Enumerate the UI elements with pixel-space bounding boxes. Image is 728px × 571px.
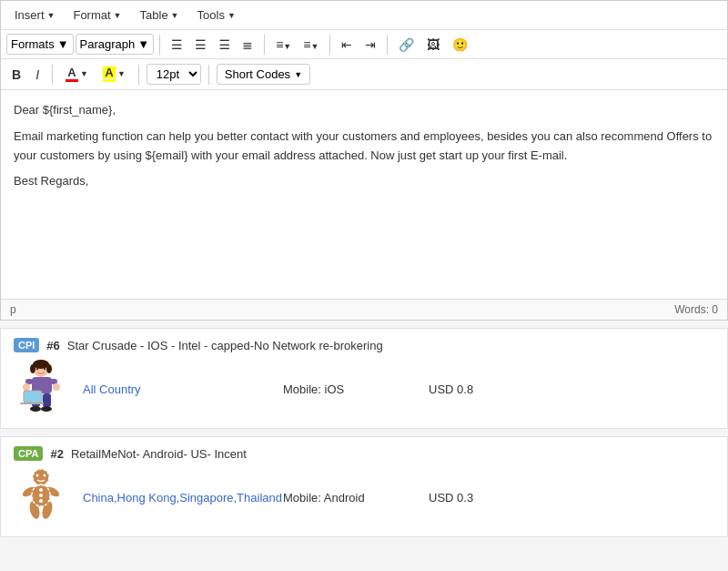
shortcodes-label: Short Codes (225, 67, 290, 81)
link-button[interactable]: 🔗 (393, 35, 420, 55)
girl-avatar-icon (16, 360, 66, 419)
list-group: ≡▼ ≡▼ (270, 35, 324, 55)
campaign-country: All Country (83, 382, 283, 396)
insert-menu[interactable]: Insert ▼ (6, 5, 63, 25)
campaign-platform: Mobile: Android (283, 491, 429, 505)
tools-menu[interactable]: Tools ▼ (189, 5, 244, 25)
link-icon: 🔗 (399, 37, 414, 52)
shortcodes-button[interactable]: Short Codes ▼ (217, 64, 310, 85)
svg-point-17 (43, 368, 45, 370)
insert-arrow: ▼ (47, 11, 56, 20)
word-count: Words: 0 (674, 303, 718, 316)
svg-point-20 (43, 474, 46, 477)
campaign-country: China,Hong Kong,Singapore,Thailand (83, 491, 283, 505)
campaign-avatar (14, 468, 68, 527)
indent-button[interactable]: ⇥ (359, 35, 381, 55)
status-tag: p (10, 303, 16, 316)
toolbar-row1: Insert ▼ Format ▼ Table ▼ Tools ▼ (1, 1, 727, 30)
align-left-icon: ☰ (171, 37, 183, 52)
align-group: ☰ ☰ ☰ ≣ (166, 35, 258, 55)
toolbar-separator-2 (264, 35, 265, 55)
font-color-underline (66, 79, 78, 82)
content-line2: Email marketing function can help you be… (14, 127, 714, 166)
paragraph-arrow: ▼ (137, 37, 149, 51)
toolbar-separator-7 (208, 65, 209, 85)
campaign-details: China,Hong Kong,Singapore,ThailandMobile… (83, 491, 714, 505)
svg-point-11 (30, 406, 41, 412)
italic-label: I (35, 67, 39, 82)
editor-content[interactable]: Dear ${first_name}, Email marketing func… (1, 90, 727, 300)
bold-label: B (12, 67, 21, 82)
formats-arrow: ▼ (57, 37, 69, 51)
campaign-header: CPA#2 RetailMeNot- Android- US- Incent (14, 446, 714, 461)
campaign-header: CPI#6 Star Crusade - IOS - Intel - cappe… (14, 338, 714, 352)
toolbar-row3: B I A ▼ A ▼ 12pt Short Codes ▼ (1, 59, 727, 90)
gingerbread-avatar-icon (16, 468, 66, 527)
campaign-id: #2 (50, 447, 63, 461)
format-arrow: ▼ (114, 11, 122, 20)
italic-button[interactable]: I (30, 65, 45, 85)
svg-point-12 (41, 406, 52, 412)
svg-point-19 (35, 474, 38, 477)
shortcodes-arrow: ▼ (294, 70, 302, 79)
campaign-card: CPA#2 RetailMeNot- Android- US- Incent C… (0, 436, 728, 537)
emoji-button[interactable]: 🙂 (447, 35, 473, 55)
image-icon: 🖼 (427, 37, 440, 52)
svg-point-7 (23, 383, 30, 391)
highlight-button[interactable]: A ▼ (97, 63, 131, 86)
svg-rect-14 (25, 392, 41, 402)
outdent-button[interactable]: ⇤ (336, 35, 358, 55)
align-center-icon: ☰ (195, 37, 207, 52)
campaign-body: China,Hong Kong,Singapore,ThailandMobile… (14, 468, 714, 527)
ordered-list-button[interactable]: ≡▼ (298, 35, 324, 55)
svg-point-3 (46, 364, 52, 373)
highlight-arrow: ▼ (117, 70, 126, 78)
format-menu[interactable]: Format ▼ (65, 5, 129, 25)
ol-arrow: ▼ (310, 42, 318, 51)
campaign-card: CPI#6 Star Crusade - IOS - Intel - cappe… (0, 328, 728, 429)
campaign-title: Star Crusade - IOS - Intel - capped-No N… (67, 339, 383, 352)
table-arrow: ▼ (171, 11, 179, 20)
align-left-button[interactable]: ☰ (166, 35, 188, 55)
toolbar-separator-3 (329, 35, 330, 55)
formats-dropdown[interactable]: Formats ▼ (6, 34, 74, 55)
campaign-platform: Mobile: iOS (283, 382, 429, 396)
svg-rect-10 (43, 393, 51, 407)
paragraph-dropdown[interactable]: Paragraph ▼ (76, 34, 155, 55)
align-justify-icon: ≣ (242, 37, 253, 52)
image-button[interactable]: 🖼 (421, 35, 445, 55)
campaign-price: USD 0.8 (429, 382, 501, 396)
align-justify-button[interactable]: ≣ (237, 35, 258, 55)
campaign-badge: CPI (14, 338, 39, 352)
font-color-button[interactable]: A ▼ (60, 63, 94, 86)
font-color-icon: A (66, 66, 78, 82)
svg-point-23 (39, 494, 43, 497)
editor-statusbar: p Words: 0 (1, 300, 727, 320)
campaign-avatar (14, 360, 68, 419)
tools-arrow: ▼ (228, 11, 236, 20)
toolbar-row2: Formats ▼ Paragraph ▼ ☰ ☰ ☰ ≣ ≡▼ (1, 30, 727, 59)
font-size-select[interactable]: 12pt (147, 64, 201, 85)
highlight-icon: A (103, 66, 116, 82)
svg-point-22 (39, 488, 43, 492)
campaign-details: All CountryMobile: iOSUSD 0.8 (83, 382, 714, 396)
align-center-button[interactable]: ☰ (189, 35, 212, 55)
toolbar-separator-5 (52, 65, 53, 85)
svg-point-24 (39, 499, 43, 503)
unordered-list-button[interactable]: ≡▼ (270, 35, 297, 55)
outdent-icon: ⇤ (341, 37, 352, 52)
campaign-title: RetailMeNot- Android- US- Incent (71, 447, 247, 461)
align-right-icon: ☰ (218, 38, 230, 51)
content-line3: Best Regards, (14, 172, 714, 191)
content-line1: Dear ${first_name}, (14, 101, 714, 120)
align-right-button[interactable]: ☰ (213, 35, 236, 55)
svg-point-16 (35, 368, 37, 370)
campaign-price: USD 0.3 (429, 491, 501, 505)
campaign-id: #6 (46, 339, 59, 352)
svg-point-2 (30, 364, 35, 373)
campaigns-container: CPI#6 Star Crusade - IOS - Intel - cappe… (0, 328, 728, 537)
table-menu[interactable]: Table ▼ (132, 5, 187, 25)
svg-point-8 (53, 383, 60, 391)
bold-button[interactable]: B (6, 65, 26, 85)
toolbar-separator-6 (138, 65, 139, 85)
